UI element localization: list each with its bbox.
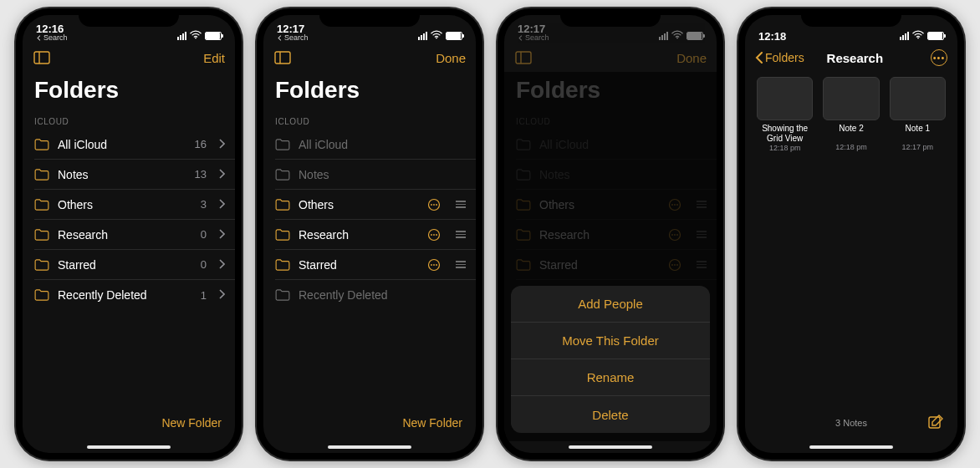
note-time: 12:17 pm: [902, 143, 934, 151]
drag-handle-icon[interactable]: [456, 261, 466, 268]
chevron-right-icon: [218, 288, 225, 302]
folder-label: All iCloud: [58, 138, 186, 151]
body: Folders ICLOUD All iCloudNotesOthersRese…: [263, 72, 476, 404]
sheet-item[interactable]: Delete: [511, 396, 710, 433]
folder-row[interactable]: Others3: [34, 190, 235, 220]
status-right: [418, 30, 462, 42]
folder-count: 13: [195, 168, 207, 181]
chevron-right-icon: [218, 198, 225, 211]
note-card[interactable]: Note 212:18 pm: [823, 77, 879, 152]
folder-row: Notes: [275, 160, 476, 190]
folder-row[interactable]: Research: [275, 220, 476, 250]
note-card[interactable]: Showing the Grid View12:18 pm: [757, 77, 813, 152]
folder-count: 3: [201, 198, 207, 211]
note-title: Note 2: [839, 124, 863, 142]
drag-handle-icon[interactable]: [456, 201, 466, 208]
row-more-button[interactable]: [427, 258, 441, 272]
note-time: 12:18 pm: [769, 144, 801, 152]
nav-title: Research: [827, 51, 884, 65]
note-title: Showing the Grid View: [757, 124, 813, 143]
status-back-search[interactable]: Search: [36, 34, 68, 42]
phone-1: 12:16 Search Edit: [16, 8, 242, 460]
home-indicator[interactable]: [263, 441, 476, 453]
folder-label: Notes: [299, 168, 466, 181]
svg-point-9: [436, 204, 437, 206]
folder-row[interactable]: Research0: [34, 220, 235, 250]
note-card[interactable]: Note 112:17 pm: [890, 77, 946, 152]
sheet-item[interactable]: Add People: [511, 286, 710, 323]
done-button[interactable]: Done: [424, 51, 466, 65]
folder-row[interactable]: Notes13: [34, 160, 235, 190]
edit-button[interactable]: Edit: [183, 51, 225, 65]
signal-icon: [418, 32, 427, 40]
notes-count: 3 Notes: [835, 418, 867, 428]
note-title: Note 1: [906, 124, 930, 142]
note-time: 12:18 pm: [835, 143, 867, 151]
sheet-item[interactable]: Rename: [511, 359, 710, 396]
columns-icon[interactable]: [33, 50, 51, 65]
wifi-icon: [431, 30, 442, 42]
battery-icon: [687, 32, 703, 40]
battery-icon: [205, 32, 222, 40]
svg-point-8: [433, 204, 435, 206]
body: Showing the Grid View12:18 pmNote 212:18…: [745, 72, 957, 404]
row-more-button[interactable]: [427, 228, 441, 242]
folder-row[interactable]: All iCloud16: [34, 130, 235, 160]
svg-point-11: [431, 234, 432, 236]
new-folder-button[interactable]: New Folder: [161, 416, 222, 430]
folder-label: Starred: [299, 258, 419, 272]
svg-point-3: [436, 38, 437, 39]
status-time: 12:18: [758, 31, 786, 42]
folder-row[interactable]: Recently Deleted1: [34, 280, 235, 310]
body: Folders ICLOUD All iCloudNotesOthersRese…: [504, 72, 717, 441]
folder-label: Research: [58, 228, 192, 242]
svg-rect-4: [275, 52, 290, 64]
folder-count: 1: [201, 289, 207, 302]
folder-row[interactable]: Others: [275, 190, 476, 220]
note-thumbnail: [757, 77, 813, 120]
svg-point-18: [676, 38, 678, 39]
screen: 12:17 Search Done: [504, 15, 717, 453]
home-indicator[interactable]: [745, 441, 957, 453]
section-label: ICLOUD: [23, 112, 235, 130]
status-back-label: Search: [525, 34, 549, 42]
folder-label: Starred: [58, 258, 192, 272]
sheet-item[interactable]: Move This Folder: [511, 323, 710, 359]
compose-button[interactable]: [927, 414, 944, 432]
battery-icon: [446, 32, 462, 40]
body: Folders ICLOUD All iCloud16Notes13Others…: [23, 72, 235, 404]
status-back-search[interactable]: Search: [277, 34, 309, 42]
chevron-right-icon: [218, 228, 225, 242]
note-thumbnail: [890, 77, 946, 120]
home-indicator[interactable]: [504, 441, 717, 453]
battery-icon: [927, 32, 944, 40]
columns-icon[interactable]: [273, 50, 292, 65]
back-label: Folders: [765, 51, 804, 64]
folder-row: Recently Deleted: [275, 280, 476, 310]
folder-label: All iCloud: [299, 138, 466, 151]
back-button[interactable]: Folders: [755, 51, 804, 64]
status-back-label: Search: [43, 34, 68, 42]
row-more-button[interactable]: [427, 198, 441, 211]
folder-row[interactable]: Starred0: [34, 250, 235, 280]
drag-handle-icon[interactable]: [456, 231, 466, 238]
status-back-search[interactable]: Search: [518, 34, 549, 42]
phone-3: 12:17 Search Done: [498, 8, 723, 460]
svg-rect-1: [34, 52, 49, 64]
nav-bar: Done: [504, 43, 717, 72]
notch: [79, 8, 179, 27]
new-folder-button[interactable]: New Folder: [402, 416, 462, 430]
more-button[interactable]: •••: [931, 49, 947, 66]
folder-label: Recently Deleted: [299, 288, 466, 302]
wifi-icon: [671, 30, 683, 42]
status-right: [177, 30, 222, 42]
folder-row[interactable]: Starred: [275, 250, 476, 280]
home-indicator[interactable]: [23, 441, 235, 453]
svg-point-7: [431, 204, 432, 206]
status-back-label: Search: [284, 34, 309, 42]
folder-list: All iCloudNotesOthersResearchStarredRece…: [275, 130, 476, 310]
done-button[interactable]: Done: [665, 51, 707, 65]
notch: [560, 8, 661, 27]
status-right: [900, 30, 944, 42]
folder-row: All iCloud: [275, 130, 476, 160]
